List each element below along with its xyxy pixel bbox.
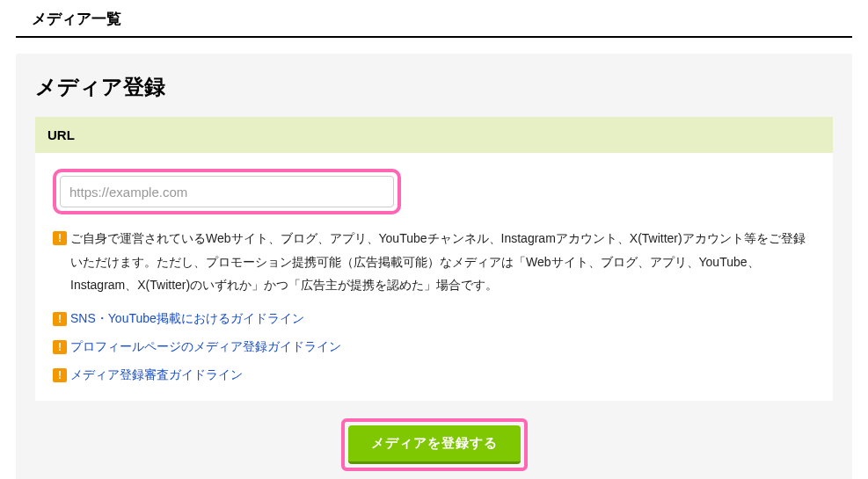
guideline-link-profile: ! プロフィールページのメディア登録ガイドライン: [53, 339, 815, 355]
description-text: ! ご自身で運営されているWebサイト、ブログ、アプリ、YouTubeチャンネル…: [53, 227, 815, 297]
registration-panel: メディア登録 URL ! ご自身で運営されているWebサイト、ブログ、アプリ、Y…: [16, 54, 852, 479]
url-input-highlight: [53, 169, 401, 214]
description-content: ご自身で運営されているWebサイト、ブログ、アプリ、YouTubeチャンネル、I…: [70, 227, 815, 297]
review-guideline-link[interactable]: メディア登録審査ガイドライン: [70, 367, 243, 383]
register-media-button[interactable]: メディアを登録する: [348, 425, 521, 464]
info-icon: !: [53, 312, 67, 326]
info-icon: !: [53, 231, 67, 245]
profile-guideline-link[interactable]: プロフィールページのメディア登録ガイドライン: [70, 339, 341, 355]
sns-guideline-link[interactable]: SNS・YouTube掲載におけるガイドライン: [70, 311, 304, 327]
info-icon: !: [53, 368, 67, 382]
submit-row: メディアを登録する: [35, 418, 833, 471]
submit-highlight: メディアを登録する: [341, 418, 528, 471]
info-icon: !: [53, 340, 67, 354]
url-section-header: URL: [35, 117, 833, 153]
page-title: メディア一覧: [16, 0, 852, 38]
panel-title: メディア登録: [35, 73, 833, 101]
url-section-body: ! ご自身で運営されているWebサイト、ブログ、アプリ、YouTubeチャンネル…: [35, 153, 833, 401]
guideline-link-sns: ! SNS・YouTube掲載におけるガイドライン: [53, 311, 815, 327]
guideline-link-review: ! メディア登録審査ガイドライン: [53, 367, 815, 383]
url-input[interactable]: [60, 176, 394, 207]
